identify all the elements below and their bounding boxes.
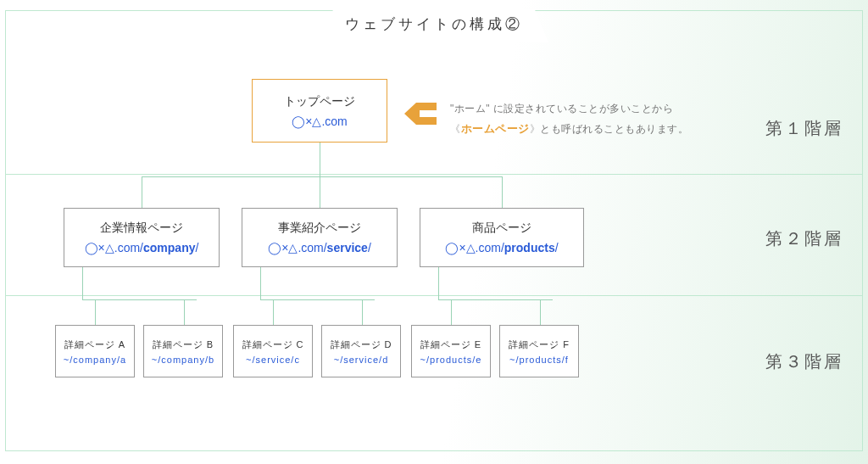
connector (438, 267, 439, 299)
connector (260, 267, 261, 299)
divider-2 (6, 295, 862, 296)
node-detail-d-url: ~/service/d (334, 355, 389, 365)
node-detail-c: 詳細ページ C ~/service/c (233, 325, 313, 377)
connector (142, 176, 502, 177)
annotation-line1: "ホーム" に設定されていることが多いことから (450, 100, 730, 119)
node-detail-d-title: 詳細ページ D (331, 338, 392, 351)
node-detail-c-url: ~/service/c (246, 355, 300, 365)
node-detail-e-title: 詳細ページ E (420, 338, 481, 351)
connector (540, 299, 541, 325)
connector (451, 299, 452, 325)
connector (320, 176, 320, 208)
annotation-text: "ホーム" に設定されていることが多いことから 《ホームページ》とも呼ばれること… (450, 100, 730, 138)
node-service: 事業紹介ページ ◯×△.com/service/ (242, 208, 398, 267)
node-detail-a: 詳細ページ A ~/company/a (55, 325, 135, 377)
node-company-title: 企業情報ページ (100, 221, 183, 236)
connector (82, 267, 83, 299)
node-top: トップページ ◯×△.com (252, 79, 387, 143)
connector (320, 143, 320, 176)
connector (95, 299, 96, 325)
node-detail-a-url: ~/company/a (64, 355, 126, 365)
node-detail-e: 詳細ページ E ~/products/e (411, 325, 491, 377)
node-top-url: ◯×△.com (292, 115, 348, 128)
node-detail-b: 詳細ページ B ~/company/b (143, 325, 223, 377)
node-detail-e-url: ~/products/e (420, 355, 482, 365)
node-detail-d: 詳細ページ D ~/service/d (321, 325, 401, 377)
node-detail-f: 詳細ページ F ~/products/f (499, 325, 579, 377)
node-detail-a-title: 詳細ページ A (64, 338, 125, 351)
connector (502, 176, 503, 208)
connector (142, 176, 142, 208)
connector (362, 299, 363, 325)
node-detail-c-title: 詳細ページ C (242, 338, 304, 351)
arrow-icon (404, 103, 440, 125)
node-detail-b-url: ~/company/b (152, 355, 214, 365)
node-detail-b-title: 詳細ページ B (153, 338, 214, 351)
layer-label-1: 第１階層 (765, 117, 843, 140)
connector (184, 299, 185, 325)
diagram-frame: ウェブサイトの構成② 第１階層 第２階層 第３階層 トップページ ◯×△.com… (5, 10, 863, 451)
connector (273, 299, 274, 325)
node-detail-f-url: ~/products/f (509, 355, 569, 365)
node-detail-f-title: 詳細ページ F (509, 338, 570, 351)
node-products-url: ◯×△.com/products/ (445, 241, 558, 254)
svg-rect-1 (420, 112, 440, 115)
node-products: 商品ページ ◯×△.com/products/ (420, 208, 584, 267)
layer-label-2: 第２階層 (765, 227, 843, 250)
node-service-title: 事業紹介ページ (278, 221, 361, 236)
annotation-line2: 《ホームページ》とも呼ばれることもあります。 (450, 119, 730, 139)
diagram-title: ウェブサイトの構成② (320, 9, 548, 42)
connector (82, 299, 197, 300)
node-top-title: トップページ (284, 94, 355, 109)
divider-1 (6, 174, 862, 175)
connector (260, 299, 375, 300)
node-company: 企業情報ページ ◯×△.com/company/ (64, 208, 220, 267)
layer-label-3: 第３階層 (765, 350, 843, 373)
node-service-url: ◯×△.com/service/ (268, 241, 371, 254)
node-company-url: ◯×△.com/company/ (85, 241, 199, 254)
node-products-title: 商品ページ (472, 221, 531, 236)
connector (438, 299, 553, 300)
